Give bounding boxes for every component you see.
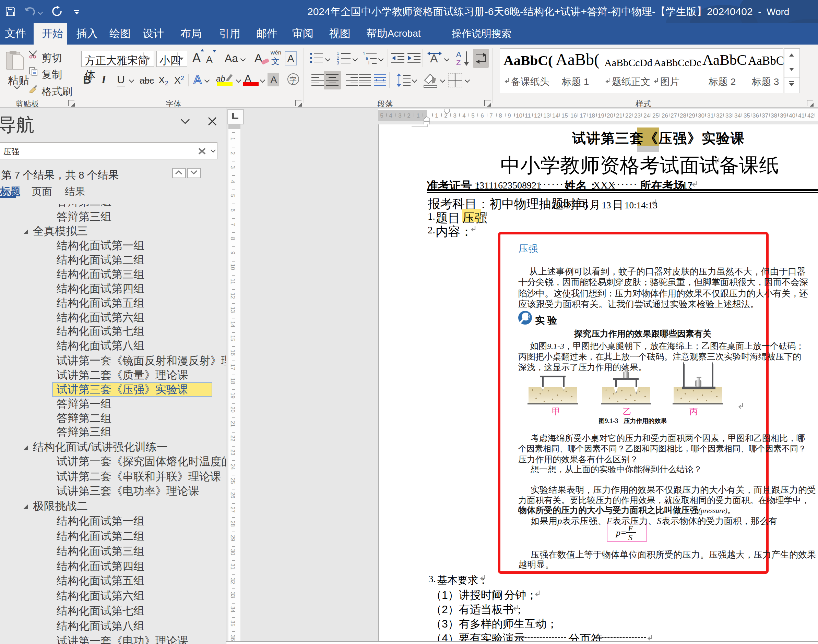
svg-text:i: i: [368, 61, 369, 65]
svg-text:A: A: [456, 50, 461, 58]
svg-text:a: a: [366, 56, 368, 61]
svg-text:2: 2: [337, 56, 339, 61]
svg-text:1: 1: [337, 51, 339, 56]
svg-text:Z: Z: [456, 58, 461, 66]
svg-text:3: 3: [337, 61, 339, 65]
svg-text:1: 1: [363, 51, 365, 56]
